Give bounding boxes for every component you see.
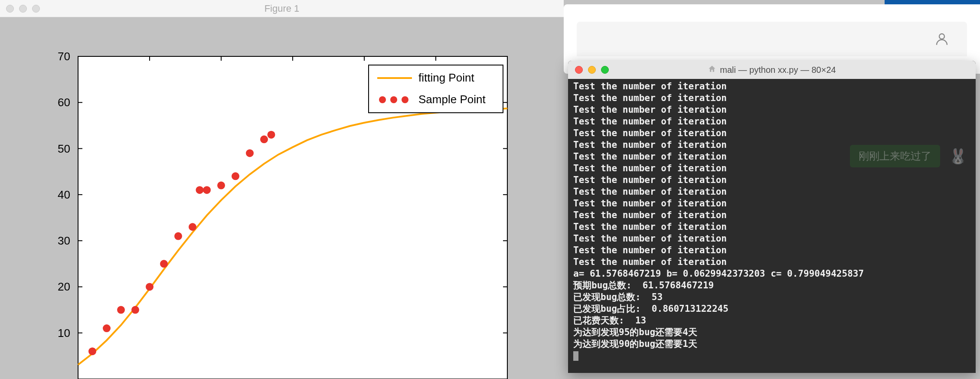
terminal-window[interactable]: mali — python xx.py — 80×24 刚刚上来吃过了 🐰 Te…	[568, 61, 976, 373]
svg-text:10: 10	[58, 327, 70, 340]
scatter-point	[103, 324, 111, 332]
legend-sample-label: Sample Point	[418, 93, 486, 106]
svg-text:50: 50	[58, 142, 70, 155]
svg-text:40: 40	[58, 188, 70, 201]
svg-point-33	[390, 96, 397, 103]
svg-text:60: 60	[58, 96, 70, 109]
legend-fit-label: fitting Point	[418, 71, 474, 84]
svg-point-0	[939, 34, 944, 39]
scatter-point	[160, 260, 168, 268]
svg-text:30: 30	[58, 234, 70, 247]
terminal-titlebar[interactable]: mali — python xx.py — 80×24	[568, 61, 976, 79]
scatter-point	[268, 131, 275, 139]
terminal-window-title: mali — python xx.py — 80×24	[720, 65, 836, 75]
figure-minimize-icon[interactable]	[19, 5, 27, 13]
figure-traffic-lights[interactable]	[0, 5, 40, 13]
figure-zoom-icon[interactable]	[32, 5, 40, 13]
figure-window-title: Figure 1	[0, 3, 564, 14]
terminal-cursor	[573, 351, 578, 361]
scatter-point	[131, 306, 139, 314]
scatter-point	[88, 347, 96, 355]
scatter-point	[260, 135, 268, 143]
scatter-point	[232, 172, 239, 180]
svg-text:20: 20	[58, 280, 70, 293]
scatter-point	[189, 223, 196, 231]
figure-close-icon[interactable]	[6, 5, 14, 13]
home-icon	[708, 65, 716, 75]
plot-area[interactable]: 10203040506070 fitting Point Sample Poin…	[9, 26, 555, 379]
profile-icon	[934, 31, 950, 47]
svg-point-32	[379, 96, 386, 103]
scatter-point	[217, 182, 225, 190]
scatter-point	[146, 283, 154, 291]
scatter-point	[174, 232, 182, 240]
bg-blue-menubar-strip	[885, 0, 980, 4]
svg-text:70: 70	[58, 50, 70, 63]
chart-legend: fitting Point Sample Point	[369, 65, 503, 113]
scatter-point	[196, 186, 204, 194]
terminal-output[interactable]: Test the number of iteration Test the nu…	[568, 79, 976, 363]
scatter-point	[246, 149, 254, 157]
scatter-point	[117, 306, 125, 314]
bg-browser-tabbar	[577, 22, 967, 56]
svg-point-34	[402, 96, 408, 103]
figure-titlebar[interactable]: Figure 1	[0, 0, 564, 17]
scatter-point	[203, 186, 211, 194]
figure-window: Figure 1 10203040506070 fitting Point	[0, 0, 564, 379]
